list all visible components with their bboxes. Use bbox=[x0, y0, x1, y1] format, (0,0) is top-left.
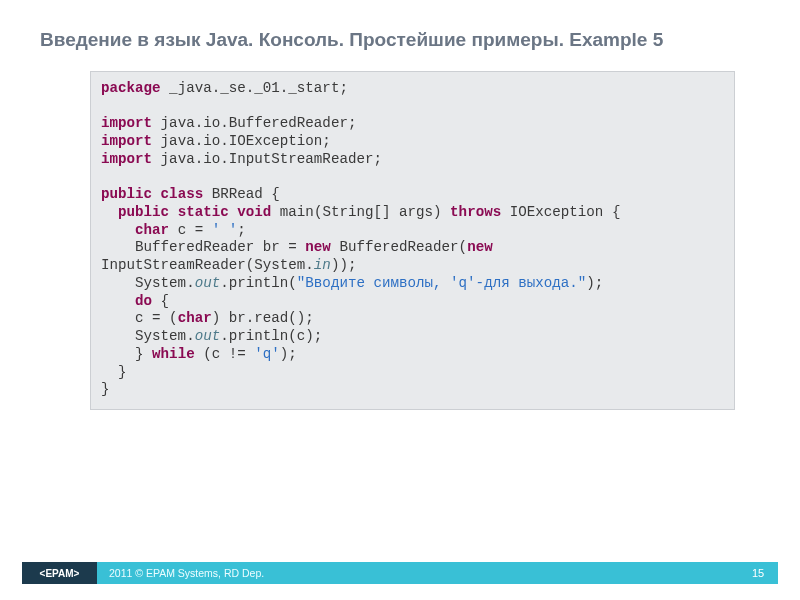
code-block: package _java._se._01._start; import jav… bbox=[90, 71, 735, 411]
code-keyword: import bbox=[101, 151, 152, 167]
code-keyword: static bbox=[178, 204, 229, 220]
epam-logo: <EPAM> bbox=[22, 562, 97, 584]
code-text: c = ( bbox=[101, 310, 178, 326]
code-keyword: throws bbox=[450, 204, 501, 220]
code-text: } bbox=[101, 381, 110, 397]
code-text: { bbox=[152, 293, 169, 309]
code-text: .println( bbox=[220, 275, 297, 291]
code-text: .println(c); bbox=[220, 328, 322, 344]
code-keyword: public bbox=[101, 186, 152, 202]
code-text: java.io.InputStreamReader; bbox=[152, 151, 382, 167]
page-number: 15 bbox=[738, 562, 778, 584]
code-text: java.io.BufferedReader; bbox=[152, 115, 356, 131]
code-text: main(String[] args) bbox=[271, 204, 450, 220]
code-text: ); bbox=[586, 275, 603, 291]
code-char: 'q' bbox=[254, 346, 280, 362]
code-text: )); bbox=[331, 257, 357, 273]
code-text: BRRead { bbox=[203, 186, 280, 202]
code-keyword: new bbox=[467, 239, 493, 255]
slide: Введение в язык Java. Консоль. Простейши… bbox=[0, 0, 800, 600]
code-keyword: import bbox=[101, 133, 152, 149]
code-text: BufferedReader( bbox=[331, 239, 467, 255]
code-keyword: package bbox=[101, 80, 161, 96]
code-keyword: void bbox=[237, 204, 271, 220]
code-keyword: class bbox=[161, 186, 204, 202]
code-text: System. bbox=[101, 275, 195, 291]
code-text: _java._se._01._start; bbox=[161, 80, 348, 96]
slide-title: Введение в язык Java. Консоль. Простейши… bbox=[0, 0, 800, 53]
code-text: java.io.IOException; bbox=[152, 133, 331, 149]
code-keyword: import bbox=[101, 115, 152, 131]
code-text: ) br.read(); bbox=[212, 310, 314, 326]
footer-copyright: 2011 © EPAM Systems, RD Dep. bbox=[97, 562, 738, 584]
code-text: } bbox=[101, 346, 152, 362]
code-text: InputStreamReader(System. bbox=[101, 257, 314, 273]
code-char: ' ' bbox=[212, 222, 238, 238]
code-field: out bbox=[195, 328, 221, 344]
code-text: c = bbox=[169, 222, 212, 238]
code-field: in bbox=[314, 257, 331, 273]
code-text: ); bbox=[280, 346, 297, 362]
code-field: out bbox=[195, 275, 221, 291]
code-keyword: char bbox=[178, 310, 212, 326]
code-text: System. bbox=[101, 328, 195, 344]
code-keyword: do bbox=[135, 293, 152, 309]
code-keyword: public bbox=[118, 204, 169, 220]
code-text: BufferedReader br = bbox=[101, 239, 305, 255]
code-string: "Вводите символы, 'q'-для выхода." bbox=[297, 275, 586, 291]
code-keyword: new bbox=[305, 239, 331, 255]
code-text: } bbox=[101, 364, 127, 380]
code-keyword: char bbox=[135, 222, 169, 238]
code-text: ; bbox=[237, 222, 246, 238]
code-text: (c != bbox=[195, 346, 255, 362]
code-text: IOException { bbox=[501, 204, 620, 220]
epam-logo-text: <EPAM> bbox=[40, 568, 80, 579]
code-keyword: while bbox=[152, 346, 195, 362]
footer-bar: <EPAM> 2011 © EPAM Systems, RD Dep. 15 bbox=[22, 562, 778, 584]
